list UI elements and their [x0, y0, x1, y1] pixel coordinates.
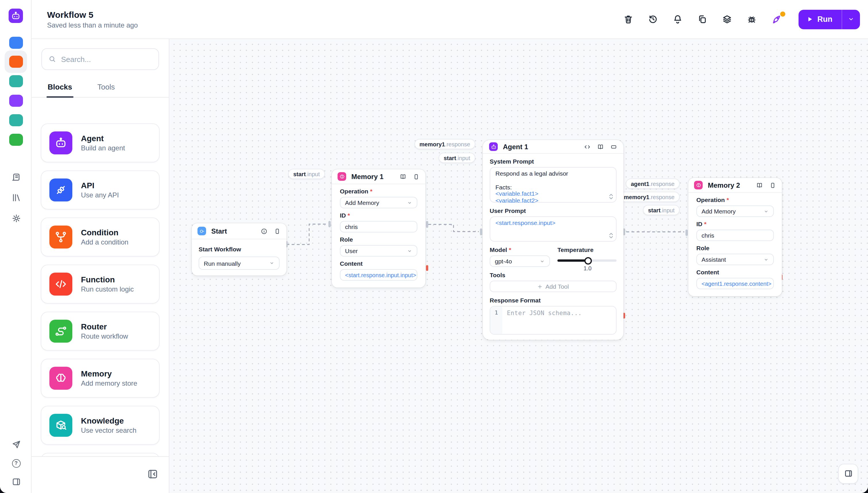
resize-handle-icon[interactable] — [609, 232, 613, 239]
memory1-output-handle[interactable] — [426, 221, 428, 228]
logs-button[interactable] — [11, 172, 21, 182]
field-label: Model* — [490, 246, 550, 253]
add-tool-button[interactable]: Add Tool — [490, 281, 617, 292]
content-input[interactable]: <agent1.response.content> — [696, 278, 774, 289]
block-title: Knowledge — [81, 416, 136, 425]
history-button[interactable] — [648, 14, 658, 24]
workspace-item-1[interactable] — [9, 37, 23, 49]
system-prompt-textarea[interactable]: Respond as a legal advisor Facts: <varia… — [490, 167, 617, 202]
info-icon[interactable] — [261, 228, 268, 234]
notifications-button[interactable] — [673, 14, 682, 24]
id-input[interactable]: chris — [340, 221, 417, 232]
docs-icon[interactable] — [597, 143, 604, 150]
search-input[interactable] — [61, 55, 152, 63]
block-card-memory[interactable]: Memory Add memory store — [41, 359, 160, 398]
start-mode-select[interactable]: Run manually — [199, 257, 280, 270]
model-select[interactable]: gpt-4o — [490, 255, 550, 267]
toggle-card-icon[interactable] — [274, 228, 281, 234]
slider-fill — [557, 259, 588, 261]
workflow-canvas[interactable]: start.input memory1.response start.input… — [169, 39, 868, 493]
history-icon — [648, 14, 658, 24]
node-memory2[interactable]: Memory 2 Operation* Add Memory ID* — [688, 178, 782, 296]
trash-icon — [623, 14, 633, 24]
toggle-card-icon[interactable] — [413, 173, 420, 180]
operation-select[interactable]: Add Memory — [696, 206, 774, 217]
operation-select[interactable]: Add Memory — [340, 197, 417, 208]
toggle-panel-button[interactable] — [11, 476, 21, 487]
variables-button[interactable] — [722, 14, 732, 24]
debug-button[interactable] — [747, 14, 757, 24]
resize-handle-icon[interactable] — [609, 193, 613, 200]
duplicate-button[interactable] — [698, 14, 707, 24]
memory1-input-handle[interactable] — [329, 221, 331, 227]
reference-pill: start.input — [439, 153, 475, 163]
content-input[interactable]: <start.response.input.input> — [340, 269, 417, 281]
workspace-item-3[interactable] — [9, 75, 23, 87]
code-icon — [55, 278, 67, 291]
code-view-icon[interactable] — [584, 143, 591, 150]
invite-button[interactable] — [11, 439, 21, 449]
node-agent1[interactable]: Agent 1 System Prompt — [483, 140, 623, 340]
chevron-down-icon — [407, 200, 412, 205]
workspace-item-6[interactable] — [9, 134, 23, 146]
block-title: Memory — [81, 369, 137, 378]
toggle-card-icon[interactable] — [769, 181, 776, 189]
input-value: chris — [701, 232, 714, 239]
sidebar-tabs: Blocks Tools — [31, 77, 169, 98]
robot-icon — [490, 144, 496, 150]
block-card-condition[interactable]: Condition Add a condition — [41, 217, 160, 257]
memory2-input-handle[interactable] — [685, 230, 688, 236]
search-box[interactable] — [41, 48, 159, 70]
layers-icon — [722, 14, 732, 24]
app-logo[interactable] — [8, 8, 23, 23]
slider-knob[interactable] — [585, 257, 592, 264]
toggle-right-panel-button[interactable] — [838, 464, 858, 484]
tab-tools[interactable]: Tools — [97, 77, 115, 97]
run-options-button[interactable] — [842, 9, 860, 29]
save-status: Saved less than a minute ago — [47, 21, 138, 29]
router-tile — [49, 320, 72, 343]
block-card-workflow[interactable]: Workflow — [41, 453, 160, 456]
brain-icon — [696, 182, 701, 188]
settings-button[interactable] — [11, 213, 21, 223]
node-start[interactable]: Start Start Workflow Run manually — [192, 223, 287, 276]
toggle-card-icon[interactable] — [610, 143, 617, 150]
block-card-knowledge[interactable]: Knowledge Use vector search — [41, 406, 160, 445]
collapse-sidebar-button[interactable] — [147, 468, 158, 480]
condition-tile — [49, 226, 72, 249]
run-button-label: Run — [818, 15, 833, 23]
library-button[interactable] — [11, 192, 21, 202]
id-input[interactable]: chris — [696, 230, 774, 241]
block-title: Function — [81, 275, 134, 284]
workspace-item-2-active[interactable] — [9, 56, 23, 68]
logs-icon — [11, 172, 21, 181]
editor-placeholder: Enter JSON schema... — [502, 306, 582, 334]
search-icon — [49, 55, 56, 63]
chevron-down-icon — [539, 259, 545, 264]
block-card-function[interactable]: Function Run custom logic — [41, 264, 160, 304]
block-card-api[interactable]: API Use any API — [41, 170, 160, 210]
docs-icon[interactable] — [756, 181, 763, 189]
temperature-slider[interactable]: 1.0 — [557, 255, 617, 267]
agent1-input-handle[interactable] — [480, 229, 482, 235]
block-title: Agent — [81, 134, 125, 143]
user-prompt-textarea[interactable]: <start.response.input> — [490, 216, 617, 242]
robot-icon — [55, 136, 67, 149]
block-card-router[interactable]: Router Route workflow — [41, 312, 160, 351]
node-memory1[interactable]: Memory 1 Operation* Add Memory ID* — [332, 169, 425, 287]
role-select[interactable]: Assistant — [696, 254, 774, 265]
docs-icon[interactable] — [400, 173, 406, 180]
workspace-item-5[interactable] — [9, 114, 23, 126]
response-format-editor[interactable]: 1 Enter JSON schema... — [490, 306, 617, 335]
role-select[interactable]: User — [340, 245, 417, 257]
block-card-agent[interactable]: Agent Build an agent — [41, 123, 160, 163]
run-button[interactable]: Run — [799, 9, 842, 29]
input-value: <agent1.response.content> — [701, 280, 771, 287]
tab-blocks[interactable]: Blocks — [48, 77, 72, 97]
help-button[interactable]: ? — [11, 458, 21, 468]
workspace-item-4[interactable] — [9, 95, 23, 107]
deploy-button[interactable] — [771, 14, 781, 24]
function-tile — [49, 273, 72, 296]
memory1-error-handle[interactable] — [426, 265, 428, 271]
delete-workflow-button[interactable] — [623, 14, 633, 24]
